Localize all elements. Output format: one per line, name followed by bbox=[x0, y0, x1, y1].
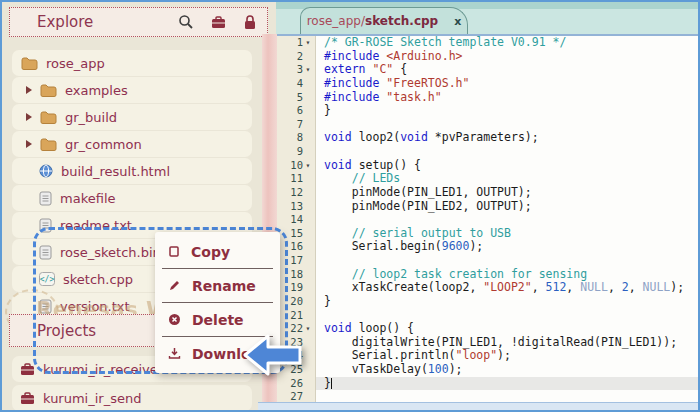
code-line-content[interactable]: pinMode(PIN_LED2, OUTPUT); bbox=[316, 200, 698, 214]
tree-item-makefile[interactable]: makefile bbox=[12, 185, 252, 211]
tree-item-gr_common[interactable]: gr_common bbox=[12, 131, 252, 157]
code-line-content[interactable] bbox=[316, 213, 698, 227]
tab-rose-app-sketch-cpp[interactable]: rose_app/sketch.cpp x bbox=[300, 7, 468, 34]
code-token: 512 bbox=[546, 280, 567, 294]
line-number: 8 bbox=[297, 131, 303, 145]
code-line-content[interactable]: } bbox=[316, 377, 698, 391]
tree-item-label: makefile bbox=[60, 191, 116, 206]
code-token: 100 bbox=[428, 362, 449, 376]
fold-toggle-icon[interactable]: ▾ bbox=[303, 322, 313, 336]
code-line-content[interactable]: // serial output to USB bbox=[316, 227, 698, 241]
code-line-content[interactable]: extern "C" { bbox=[316, 63, 698, 77]
code-line-content[interactable]: // loop2 task creation for sensing bbox=[316, 268, 698, 282]
code-token: , bbox=[608, 280, 622, 294]
code-token: #include bbox=[324, 76, 379, 90]
lock-icon[interactable] bbox=[243, 14, 257, 30]
line-number: 18 bbox=[290, 268, 303, 282]
code-line-content[interactable]: #include "task.h" bbox=[316, 91, 698, 105]
code-token: } bbox=[324, 294, 331, 308]
menu-item-rename[interactable]: Rename bbox=[155, 269, 280, 302]
folder-icon bbox=[21, 56, 38, 70]
code-line-content[interactable]: xTaskCreate(loop2, "LOOP2", 512, NULL, 2… bbox=[316, 281, 698, 295]
code-line-content[interactable]: Serial.begin(9600); bbox=[316, 240, 698, 254]
code-line-content[interactable]: void loop2(void *pvParameters); bbox=[316, 131, 698, 145]
code-token: ); bbox=[497, 348, 511, 362]
code-token: "loop" bbox=[456, 348, 498, 362]
tree-item-examples[interactable]: examples bbox=[12, 77, 252, 103]
code-line-content[interactable]: #include <Arduino.h> bbox=[316, 50, 698, 64]
code-line: 5#include "task.h" bbox=[276, 91, 698, 105]
code-line: 7 bbox=[276, 118, 698, 132]
toolbox-icon bbox=[20, 392, 35, 405]
code-line: 24 Serial.println("loop"); bbox=[276, 349, 698, 363]
explorer-header: Explore bbox=[9, 7, 268, 37]
code-line-content[interactable]: Serial.println("loop"); bbox=[316, 349, 698, 363]
download-pointer-arrow bbox=[243, 333, 303, 378]
tree-item-build_result.html[interactable]: build_result.html bbox=[12, 158, 252, 184]
menu-item-copy[interactable]: Copy bbox=[155, 235, 280, 268]
code-token: loop2( bbox=[352, 130, 400, 144]
expand-icon[interactable] bbox=[25, 85, 33, 95]
toolbox-icon[interactable] bbox=[211, 16, 226, 29]
line-number: 6 bbox=[297, 104, 303, 118]
code-token: { bbox=[393, 62, 407, 76]
code-token: // loop2 task creation for sensing bbox=[352, 267, 587, 281]
expand-icon[interactable] bbox=[25, 112, 33, 122]
tab-close-icon[interactable]: x bbox=[454, 15, 461, 28]
code-token: /* GR-ROSE Sketch template V0.91 */ bbox=[324, 35, 566, 49]
code-line-content[interactable] bbox=[316, 145, 698, 159]
code-token: void bbox=[324, 130, 352, 144]
gutter-cell: 8 bbox=[276, 131, 316, 145]
code-token: pinMode(PIN_LED1, OUTPUT); bbox=[324, 185, 532, 199]
code-line-content[interactable]: digitalWrite(PIN_LED1, !digitalRead(PIN_… bbox=[316, 336, 698, 350]
line-number: 12 bbox=[290, 186, 303, 200]
project-item-kurumi_ir_send[interactable]: kurumi_ir_send bbox=[12, 385, 252, 411]
fold-toggle-icon[interactable]: ▾ bbox=[303, 159, 313, 173]
line-number: 15 bbox=[290, 227, 303, 241]
line-number: 5 bbox=[297, 91, 303, 105]
delete-icon bbox=[168, 313, 181, 326]
code-line-content[interactable]: vTaskDelay(100); bbox=[316, 363, 698, 377]
line-number: 4 bbox=[297, 77, 303, 91]
line-number: 19 bbox=[290, 281, 303, 295]
code-line: 25 vTaskDelay(100); bbox=[276, 363, 698, 377]
copy-icon bbox=[168, 245, 180, 258]
code-line-content[interactable]: } bbox=[316, 104, 698, 118]
tree-item-gr_build[interactable]: gr_build bbox=[12, 104, 252, 130]
code-line-content[interactable] bbox=[316, 309, 698, 323]
tree-item-rose_app[interactable]: rose_app bbox=[12, 50, 252, 76]
code-line: 15 // serial output to USB bbox=[276, 227, 698, 241]
fold-toggle-icon[interactable]: ▾ bbox=[303, 36, 313, 50]
gutter-cell: 10▾ bbox=[276, 159, 316, 173]
download-icon bbox=[168, 347, 181, 360]
gutter-cell: 2 bbox=[276, 50, 316, 64]
code-token: // LEDs bbox=[352, 171, 400, 185]
line-number: 10 bbox=[290, 159, 303, 173]
code-line-content[interactable]: void loop() { bbox=[316, 322, 698, 336]
code-token: void bbox=[324, 321, 352, 335]
code-line-content[interactable]: /* GR-ROSE Sketch template V0.91 */ bbox=[316, 36, 698, 50]
menu-item-delete[interactable]: Delete bbox=[155, 303, 280, 336]
code-token: 2 bbox=[622, 280, 629, 294]
code-line-content[interactable] bbox=[316, 254, 698, 268]
code-token bbox=[324, 171, 352, 185]
search-icon[interactable] bbox=[178, 14, 194, 30]
code-token: // serial output to USB bbox=[352, 226, 511, 240]
code-token: NULL bbox=[580, 280, 608, 294]
tab-title: rose_app/sketch.cpp bbox=[307, 14, 438, 28]
code-token: #include bbox=[324, 49, 379, 63]
code-token: xTaskCreate(loop2, bbox=[324, 280, 483, 294]
code-line-content[interactable] bbox=[316, 118, 698, 132]
fold-toggle-icon[interactable]: ▾ bbox=[303, 63, 313, 77]
code-line-content[interactable]: void setup() { bbox=[316, 159, 698, 173]
tree-item-label: build_result.html bbox=[61, 164, 170, 179]
code-token: pinMode(PIN_LED2, OUTPUT); bbox=[324, 199, 532, 213]
tree-item-label: rose_app bbox=[46, 56, 105, 71]
code-line-content[interactable]: } bbox=[316, 295, 698, 309]
project-item-label: kurumi_ir_send bbox=[43, 391, 141, 406]
expand-icon[interactable] bbox=[25, 139, 33, 149]
editor-horizontal-scrollbar[interactable] bbox=[258, 402, 698, 410]
code-line-content[interactable]: pinMode(PIN_LED1, OUTPUT); bbox=[316, 186, 698, 200]
code-line-content[interactable]: #include "FreeRTOS.h" bbox=[316, 77, 698, 91]
code-line-content[interactable]: // LEDs bbox=[316, 172, 698, 186]
